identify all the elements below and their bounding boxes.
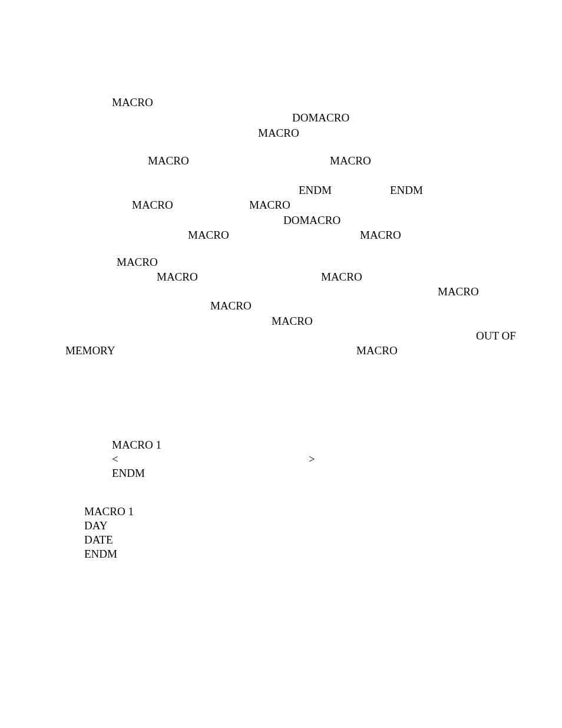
- text-word: DOMACRO: [283, 213, 340, 228]
- text-word: MACRO: [132, 198, 173, 213]
- text-word: MACRO: [249, 198, 290, 213]
- text-word: MACRO: [148, 154, 189, 169]
- text-word: MACRO: [272, 314, 313, 329]
- text-word: ENDM: [299, 183, 332, 198]
- text-word: ENDM: [390, 183, 423, 198]
- text-word: MACRO: [188, 228, 229, 243]
- text-word: DOMACRO: [292, 111, 349, 126]
- text-word: OUT OF: [476, 329, 516, 344]
- text-word: MACRO: [438, 285, 479, 299]
- text-word: MACRO: [258, 126, 299, 141]
- text-word: >: [309, 452, 315, 467]
- text-word: MACRO 1: [112, 438, 161, 453]
- text-word: DAY: [84, 519, 107, 533]
- text-word: MACRO: [157, 270, 198, 285]
- text-word: MACRO: [112, 95, 153, 110]
- text-word: MACRO: [330, 154, 371, 169]
- text-word: MACRO: [210, 299, 252, 314]
- text-word: ENDM: [112, 466, 145, 481]
- text-word: MACRO: [356, 344, 398, 358]
- text-word: MACRO: [360, 228, 401, 243]
- text-word: MACRO: [321, 270, 362, 285]
- text-word: MACRO: [117, 255, 158, 270]
- text-word: <: [112, 452, 118, 467]
- text-word: MEMORY: [65, 344, 115, 358]
- text-word: DATE: [84, 533, 113, 548]
- text-word: MACRO 1: [84, 505, 134, 519]
- text-word: ENDM: [84, 547, 117, 562]
